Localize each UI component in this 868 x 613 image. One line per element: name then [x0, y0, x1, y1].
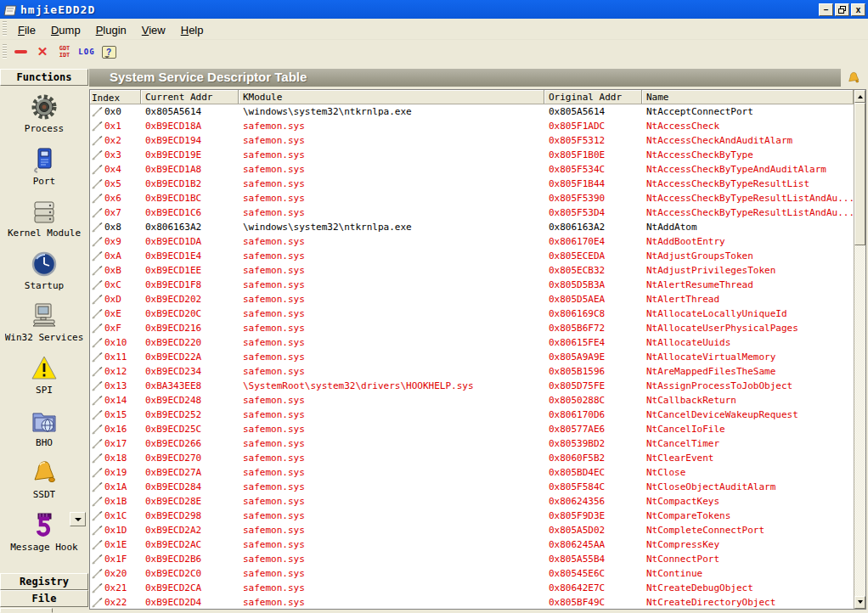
table-row[interactable]: 0x10xB9ECD18Asafemon.sys0x805F1ADCNtAcce… — [90, 119, 854, 133]
gdt-idt-tool-button[interactable]: GDT IDT — [54, 42, 75, 61]
scroll-thumb[interactable] — [854, 103, 865, 245]
table-row[interactable]: 0x50xB9ECD1B2safemon.sys0x805F1B44NtAcce… — [90, 177, 854, 191]
restore-button[interactable] — [835, 3, 849, 16]
pencil-icon — [92, 165, 103, 175]
cell-index: 0x1B — [90, 496, 141, 507]
gdt-label: GDT — [59, 45, 70, 52]
table-row[interactable]: 0x1F0xB9ECD2B6safemon.sys0x805A55B4NtCon… — [90, 552, 854, 566]
table-row[interactable]: 0x60xB9ECD1BCsafemon.sys0x805F5390NtAcce… — [90, 191, 854, 205]
sidebar-item-process[interactable]: Process — [0, 93, 88, 134]
cell-current-addr: 0xB9ECD1B2 — [141, 178, 239, 189]
cell-current-addr: 0xB9ECD2B6 — [141, 554, 239, 565]
cell-index: 0x1A — [90, 481, 141, 492]
toolbar-gripper[interactable] — [3, 44, 7, 59]
menu-file[interactable]: File — [10, 22, 43, 38]
table-row[interactable]: 0x170xB9ECD266safemon.sys0x80539BD2NtCan… — [90, 436, 854, 451]
table-row[interactable]: 0x80x806163A2\windows\system32\ntkrnlpa.… — [90, 220, 854, 234]
sidebar-item-win32-services[interactable]: Win32 Services — [0, 301, 88, 343]
menu-view[interactable]: View — [134, 22, 173, 38]
pencil-icon — [92, 367, 103, 377]
table-row[interactable]: 0x210xB9ECD2CAsafemon.sys0x80642E7CNtCre… — [90, 581, 854, 595]
column-header-current-addr[interactable]: Current Addr — [141, 90, 239, 104]
file-panel-button[interactable]: File — [0, 590, 88, 607]
remove-tool-button[interactable] — [10, 42, 31, 61]
clipped-panel-button[interactable] — [0, 608, 53, 613]
table-row[interactable]: 0xC0xB9ECD1F8safemon.sys0x805D5B3ANtAler… — [90, 278, 854, 292]
minimize-button[interactable]: – — [819, 3, 833, 16]
scroll-up-button[interactable] — [854, 90, 865, 103]
sidebar-item-bho[interactable]: BHO — [0, 407, 88, 448]
table-row[interactable]: 0x140xB9ECD248safemon.sys0x8050288CNtCal… — [90, 393, 854, 408]
table-row[interactable]: 0x200xB9ECD2C0safemon.sys0x80545E6CNtCon… — [90, 566, 854, 581]
table-row[interactable]: 0x130xBA343EE8\SystemRoot\system32\drive… — [90, 379, 854, 393]
table-row[interactable]: 0x1E0xB9ECD2ACsafemon.sys0x806245AANtCom… — [90, 537, 854, 552]
menu-gripper[interactable] — [3, 21, 7, 37]
sidebar-item-kernel-module[interactable]: Kernel Module — [0, 197, 88, 239]
cell-index: 0x5 — [90, 178, 141, 189]
sidebar-item-label: Message Hook — [10, 542, 77, 553]
sidebar-more-button[interactable] — [70, 512, 86, 526]
table-row[interactable]: 0x70xB9ECD1C6safemon.sys0x805F53D4NtAcce… — [90, 205, 854, 220]
table-row[interactable]: 0x120xB9ECD234safemon.sys0x805B1596NtAre… — [90, 364, 854, 379]
cell-name: NtAllocateLocallyUniqueId — [642, 308, 854, 319]
menu-dump[interactable]: Dump — [43, 22, 88, 38]
pencil-icon — [92, 280, 103, 290]
cell-index: 0xA — [90, 250, 141, 262]
table-row[interactable]: 0xE0xB9ECD20Csafemon.sys0x806169C8NtAllo… — [90, 306, 854, 321]
cell-kmodule: \SystemRoot\system32\drivers\HOOKHELP.sy… — [239, 380, 544, 391]
column-header-original-addr[interactable]: Original Addr — [544, 90, 642, 104]
cell-name: NtAddBootEntry — [642, 236, 854, 247]
table-row[interactable]: 0x180xB9ECD270safemon.sys0x8060F5B2NtCle… — [90, 451, 854, 465]
sidebar-item-ssdt[interactable]: SSDT — [0, 458, 88, 500]
delete-tool-button[interactable]: ✕ — [32, 42, 53, 61]
table-row[interactable]: 0x190xB9ECD27Asafemon.sys0x805BD4ECNtClo… — [90, 465, 854, 480]
cell-current-addr: 0xB9ECD22A — [141, 351, 239, 363]
cell-original-addr: 0x8050288C — [544, 395, 642, 406]
table-row[interactable]: 0x1B0xB9ECD28Esafemon.sys0x80624356NtCom… — [90, 494, 854, 509]
menu-plugin[interactable]: Plugin — [88, 22, 134, 38]
log-tool-button[interactable]: LOG — [76, 42, 97, 61]
cell-original-addr: 0x80615FE4 — [544, 337, 642, 348]
table-row[interactable]: 0x110xB9ECD22Asafemon.sys0x805A9A9ENtAll… — [90, 350, 854, 364]
cell-current-addr: 0xB9ECD1C6 — [141, 207, 239, 218]
cell-current-addr: 0xB9ECD220 — [141, 337, 239, 348]
cell-original-addr: 0x805F5312 — [544, 135, 642, 146]
registry-panel-button[interactable]: Registry — [0, 573, 88, 590]
table-row[interactable]: 0xF0xB9ECD216safemon.sys0x805B6F72NtAllo… — [90, 321, 854, 335]
column-header-kmodule[interactable]: KModule — [239, 90, 544, 104]
cell-index: 0x1D — [90, 525, 141, 536]
table-row[interactable]: 0x1A0xB9ECD284safemon.sys0x805F584CNtClo… — [90, 480, 854, 494]
close-button[interactable]: x — [851, 3, 865, 16]
menu-help[interactable]: Help — [173, 22, 211, 38]
table-row[interactable]: 0x30xB9ECD19Esafemon.sys0x805F1B0ENtAcce… — [90, 148, 854, 162]
pencil-icon — [92, 222, 103, 233]
scroll-down-button[interactable] — [854, 596, 865, 609]
cell-original-addr: 0x805F584C — [544, 481, 642, 492]
table-row[interactable]: 0x20xB9ECD194safemon.sys0x805F5312NtAcce… — [90, 133, 854, 148]
cell-index: 0xF — [90, 323, 141, 334]
table-row[interactable]: 0xA0xB9ECD1E4safemon.sys0x805ECEDANtAdju… — [90, 249, 854, 263]
table-row[interactable]: 0x00x805A5614\windows\system32\ntkrnlpa.… — [90, 104, 854, 119]
table-row[interactable]: 0x1D0xB9ECD2A2safemon.sys0x805A5D02NtCom… — [90, 523, 854, 537]
functions-panel-button[interactable]: Functions — [0, 69, 88, 86]
table-row[interactable]: 0x220xB9ECD2D4safemon.sys0x805BF49CNtCre… — [90, 595, 854, 609]
column-header-index[interactable]: Index — [90, 90, 141, 104]
table-row[interactable]: 0x90xB9ECD1DAsafemon.sys0x806170E4NtAddB… — [90, 234, 854, 249]
table-row[interactable]: 0x100xB9ECD220safemon.sys0x80615FE4NtAll… — [90, 335, 854, 350]
table-row[interactable]: 0xB0xB9ECD1EEsafemon.sys0x805ECB32NtAdju… — [90, 263, 854, 278]
column-header-name[interactable]: Name — [642, 90, 854, 104]
sidebar-item-port[interactable]: Port — [0, 145, 88, 187]
table-row[interactable]: 0x160xB9ECD25Csafemon.sys0x80577AE6NtCan… — [90, 422, 854, 436]
vertical-scrollbar[interactable] — [854, 90, 865, 609]
help-tool-button[interactable]: ? — [99, 42, 119, 61]
table-row[interactable]: 0xD0xB9ECD202safemon.sys0x805D5AEANtAler… — [90, 292, 854, 306]
table-row[interactable]: 0x40xB9ECD1A8safemon.sys0x805F534CNtAcce… — [90, 162, 854, 177]
sidebar: Functions ProcessPortKernel ModuleStartu… — [0, 69, 89, 613]
cell-current-addr: 0xB9ECD266 — [141, 438, 239, 449]
cell-original-addr: 0x80539BD2 — [544, 438, 642, 449]
sidebar-item-spi[interactable]: SPI — [0, 354, 88, 396]
sidebar-item-startup[interactable]: Startup — [0, 250, 88, 291]
scroll-track[interactable] — [854, 245, 865, 596]
table-row[interactable]: 0x150xB9ECD252safemon.sys0x806170D6NtCan… — [90, 408, 854, 422]
table-row[interactable]: 0x1C0xB9ECD298safemon.sys0x805F9D3ENtCom… — [90, 509, 854, 523]
